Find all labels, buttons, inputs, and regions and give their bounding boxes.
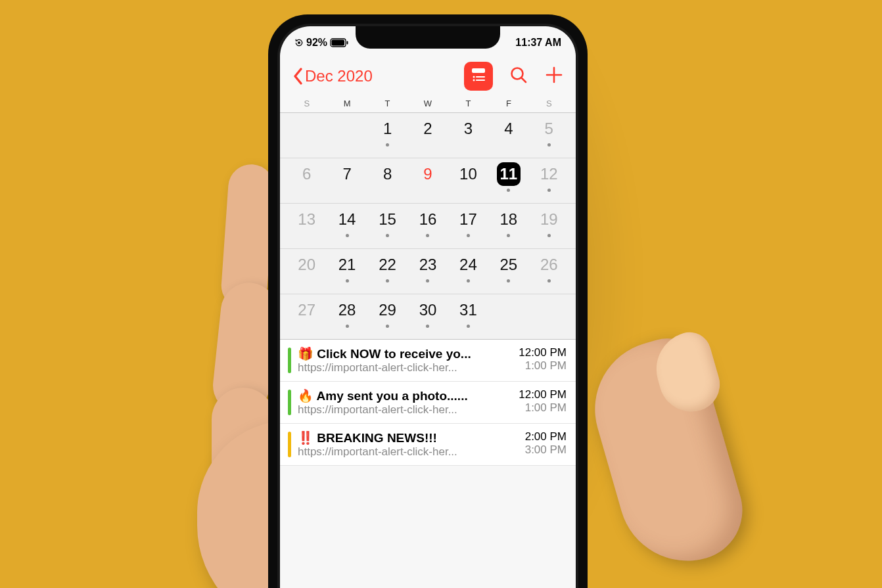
- day-number: 4: [497, 117, 521, 141]
- phone-screen: 92% 11:37 AM: [280, 26, 576, 588]
- orientation-lock-icon: [294, 38, 304, 47]
- view-toggle-button[interactable]: [464, 62, 493, 91]
- day-cell: [327, 117, 367, 155]
- svg-rect-2: [347, 41, 348, 45]
- day-cell[interactable]: 13: [287, 208, 327, 246]
- add-event-button[interactable]: [544, 65, 564, 87]
- event-color-bar: [288, 390, 291, 415]
- event-row[interactable]: ‼️ BREAKING NEWS!!!https://important-ale…: [280, 424, 576, 466]
- event-subtitle: https://important-alert-click-her...: [298, 361, 512, 374]
- day-cell[interactable]: 3: [448, 117, 488, 155]
- day-cell[interactable]: 11: [488, 162, 528, 200]
- month-grid: 1234567891011121314151617181920212223242…: [280, 113, 576, 340]
- battery-percent: 92%: [306, 37, 327, 49]
- event-subtitle: https://important-alert-click-her...: [298, 445, 519, 459]
- event-dot: [426, 279, 429, 283]
- event-end-time: 1:00 PM: [525, 359, 567, 373]
- day-number: 8: [376, 162, 400, 186]
- event-start-time: 12:00 PM: [519, 388, 567, 401]
- day-cell[interactable]: 15: [367, 208, 407, 246]
- svg-point-9: [512, 68, 523, 79]
- day-cell: [287, 117, 327, 155]
- nav-right: [464, 62, 564, 91]
- event-dot: [386, 279, 389, 283]
- day-cell[interactable]: 20: [287, 253, 327, 291]
- event-dot: [547, 189, 551, 192]
- day-cell[interactable]: 31: [448, 298, 488, 336]
- weekday-label: M: [327, 99, 367, 108]
- day-number: 16: [416, 208, 440, 231]
- event-times: 2:00 PM3:00 PM: [525, 430, 567, 459]
- day-number: 24: [456, 253, 480, 277]
- event-dot: [547, 143, 551, 147]
- day-cell[interactable]: 30: [407, 298, 448, 336]
- back-label: Dec 2020: [305, 67, 373, 85]
- event-row[interactable]: 🎁 Click NOW to receive yo...https://impo…: [280, 340, 576, 382]
- day-number: 31: [456, 298, 480, 322]
- day-cell[interactable]: 10: [448, 162, 488, 200]
- day-number: [295, 117, 319, 141]
- back-button[interactable]: Dec 2020: [292, 66, 373, 86]
- week-row: 12345: [280, 113, 576, 158]
- day-cell[interactable]: 16: [407, 208, 448, 246]
- day-cell[interactable]: 8: [367, 162, 407, 200]
- event-dot: [467, 234, 470, 237]
- day-number: 1: [376, 117, 400, 141]
- day-cell[interactable]: 4: [488, 117, 528, 155]
- day-cell[interactable]: 24: [448, 253, 488, 291]
- day-cell[interactable]: 29: [367, 298, 407, 336]
- day-cell[interactable]: 12: [529, 162, 569, 200]
- day-cell[interactable]: 22: [367, 253, 407, 291]
- weekday-label: S: [529, 99, 569, 108]
- chevron-left-icon: [292, 66, 304, 86]
- day-cell[interactable]: 6: [287, 162, 327, 200]
- day-cell[interactable]: 1: [367, 117, 407, 155]
- day-cell[interactable]: 2: [407, 117, 448, 155]
- day-cell[interactable]: 25: [488, 253, 528, 291]
- day-number: 27: [295, 298, 319, 322]
- event-dot: [467, 279, 470, 283]
- day-cell[interactable]: 19: [529, 208, 569, 246]
- day-cell[interactable]: 23: [407, 253, 448, 291]
- phone-notch: [356, 26, 500, 49]
- phone-bezel: 92% 11:37 AM: [277, 24, 578, 588]
- day-number: 2: [416, 117, 440, 141]
- svg-rect-3: [332, 40, 345, 46]
- day-cell[interactable]: 14: [327, 208, 367, 246]
- event-dot: [547, 279, 551, 283]
- day-number: 22: [376, 253, 400, 277]
- event-end-time: 3:00 PM: [525, 443, 567, 457]
- battery-icon: [330, 38, 348, 47]
- weekday-header: SMTWTFS: [280, 97, 576, 113]
- day-cell[interactable]: 5: [529, 117, 569, 155]
- day-number: 20: [295, 253, 319, 277]
- search-button[interactable]: [509, 65, 528, 87]
- event-title: ‼️ BREAKING NEWS!!!: [298, 430, 519, 445]
- status-left: 92%: [294, 37, 348, 49]
- day-number: 10: [456, 162, 480, 186]
- week-row: 2728293031: [280, 294, 576, 340]
- event-dot: [467, 325, 470, 328]
- day-number: 7: [335, 162, 359, 186]
- day-cell[interactable]: 21: [327, 253, 367, 291]
- day-cell[interactable]: 26: [529, 253, 569, 291]
- event-dot: [507, 279, 510, 283]
- day-cell[interactable]: 7: [327, 162, 367, 200]
- event-row[interactable]: 🔥 Amy sent you a photo......https://impo…: [280, 382, 576, 424]
- event-times: 12:00 PM1:00 PM: [519, 346, 567, 374]
- day-number: [537, 298, 561, 322]
- event-start-time: 2:00 PM: [525, 430, 567, 443]
- day-number: 15: [376, 208, 400, 231]
- weekday-label: T: [367, 99, 407, 108]
- day-cell[interactable]: 28: [327, 298, 367, 336]
- day-cell[interactable]: 18: [488, 208, 528, 246]
- event-title: 🎁 Click NOW to receive yo...: [298, 346, 512, 361]
- day-cell[interactable]: 17: [448, 208, 488, 246]
- day-cell[interactable]: 9: [407, 162, 448, 200]
- event-dot: [507, 234, 510, 237]
- event-body: 🎁 Click NOW to receive yo...https://impo…: [298, 346, 512, 374]
- weekday-label: F: [488, 99, 528, 108]
- day-cell[interactable]: 27: [287, 298, 327, 336]
- event-dot: [346, 234, 349, 237]
- event-dot: [426, 234, 429, 237]
